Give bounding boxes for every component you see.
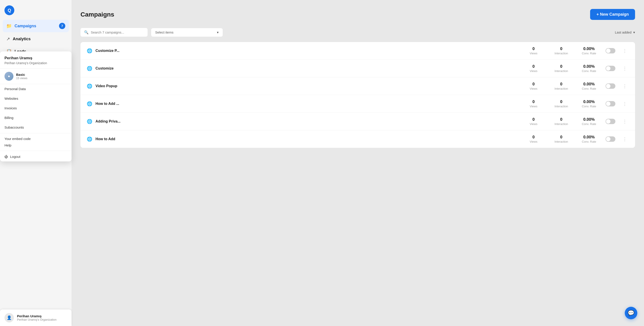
more-menu-button[interactable]: ⋮ [621,136,629,143]
interaction-col: 0 Interaction [550,117,572,126]
conv-rate-col: 0.00% Conv. Rate [578,82,600,90]
analytics-label: Analytics [13,37,31,41]
sort-dropdown[interactable]: Last added ▾ [615,30,635,34]
divider-2 [0,151,72,151]
analytics-icon: ↗ [6,36,10,42]
interaction-label: Interaction [554,87,568,90]
more-menu-button[interactable]: ⋮ [621,47,629,54]
embed-code-label[interactable]: Your embed code [4,137,67,141]
campaign-name-col: 🌐 Video Popup [87,84,517,89]
campaign-toggle[interactable] [606,136,616,142]
bottom-user-bar[interactable]: 👤 Perihan Uramış Perihan Uramış's Organi… [0,310,72,326]
profile-plan: ● Basic 15 views [0,69,72,84]
globe-icon: 🌐 [87,48,92,54]
sort-label-text: Last added [615,30,632,34]
campaign-name: How to Add [96,137,115,141]
interaction-col: 0 Interaction [550,82,572,90]
conv-rate-col: 0.00% Conv. Rate [578,64,600,73]
menu-item-subaccounts[interactable]: Subaccounts [0,122,72,132]
campaign-toggle[interactable] [606,119,616,124]
embed-code-section: Your embed code [0,134,72,142]
filter-bar: 🔍 Select items ▾ Last added ▾ [80,28,635,37]
sidebar-item-analytics[interactable]: ↗ Analytics [3,33,69,45]
views-col: 0 Views [522,82,545,90]
select-items-dropdown[interactable]: Select items ▾ [151,28,223,37]
conv-rate-label: Conv. Rate [582,105,596,108]
more-menu-button[interactable]: ⋮ [621,65,629,72]
plan-info: Basic 15 views [16,73,28,80]
search-box[interactable]: 🔍 [80,28,148,37]
globe-icon: 🌐 [87,101,92,106]
more-menu-button[interactable]: ⋮ [621,82,629,90]
menu-item-personal-data[interactable]: Personal Data [0,84,72,94]
menu-item-billing[interactable]: Billing [0,113,72,122]
chat-button[interactable]: 💬 [625,307,637,319]
search-input[interactable] [91,30,144,34]
campaign-toggle[interactable] [606,84,616,89]
views-value: 0 [532,64,535,69]
more-menu-button[interactable]: ⋮ [621,100,629,107]
views-col: 0 Views [522,46,545,55]
app-logo: Q [4,5,14,15]
interaction-col: 0 Interaction [550,64,572,73]
views-label: Views [530,52,537,55]
campaign-name: How to Add ... [96,102,119,106]
campaign-toggle[interactable] [606,66,616,71]
logout-label: Logout [10,155,20,158]
chevron-down-icon: ▾ [217,30,219,34]
conv-rate-col: 0.00% Conv. Rate [578,100,600,108]
menu-item-websites[interactable]: Websites [0,94,72,103]
campaign-name: Video Popup [96,84,117,88]
profile-name: Perihan Uramış [4,56,67,60]
views-value: 0 [532,117,535,122]
campaigns-label: Campaigns [14,24,36,28]
conv-rate-value: 0.00% [583,117,594,122]
conv-rate-label: Conv. Rate [582,87,596,90]
interaction-value: 0 [560,100,562,104]
campaign-name: Customize P... [96,49,120,53]
campaign-toggle[interactable] [606,101,616,106]
conv-rate-value: 0.00% [583,135,594,140]
interaction-value: 0 [560,135,562,140]
globe-icon: 🌐 [87,136,92,142]
interaction-label: Interaction [554,52,568,55]
campaign-name: Customize [96,66,114,70]
sort-chevron-icon: ▾ [633,30,635,34]
campaign-row[interactable]: 🌐 Customize P... 0 Views 0 Interaction 0… [80,42,635,60]
main-content: Campaigns + New Campaign 🔍 Select items … [72,0,644,326]
campaign-row[interactable]: 🌐 Adding Priva... 0 Views 0 Interaction … [80,113,635,130]
profile-header: Perihan Uramış Perihan Uramış's Organiza… [0,52,72,69]
sidebar: Q 📁 Campaigns 7 ↗ Analytics 📋 Leads Peri… [0,0,72,326]
views-value: 0 [532,100,535,104]
campaign-row[interactable]: 🌐 How to Add ... 0 Views 0 Interaction 0… [80,95,635,113]
logout-item[interactable]: ⏻ Logout [0,152,72,162]
conv-rate-value: 0.00% [583,46,594,51]
conv-rate-label: Conv. Rate [582,140,596,143]
new-campaign-button[interactable]: + New Campaign [590,9,635,20]
globe-icon: 🌐 [87,84,92,89]
campaign-toggle[interactable] [606,48,616,54]
campaign-row[interactable]: 🌐 Video Popup 0 Views 0 Interaction 0.00… [80,77,635,95]
globe-icon: 🌐 [87,119,92,124]
views-col: 0 Views [522,135,545,143]
campaign-name-col: 🌐 How to Add [87,136,517,142]
menu-item-invoices[interactable]: Invoices [0,103,72,113]
campaigns-icon: 📁 [6,23,12,28]
interaction-col: 0 Interaction [550,135,572,143]
bottom-user-org: Perihan Uramış's Organization [17,318,56,321]
campaign-row[interactable]: 🌐 How to Add 0 Views 0 Interaction 0.00%… [80,130,635,148]
profile-dropdown: Perihan Uramış Perihan Uramış's Organiza… [0,52,72,162]
logout-icon: ⏻ [4,155,8,158]
plan-avatar: ● [4,72,14,81]
interaction-label: Interaction [554,122,568,126]
campaign-row[interactable]: 🌐 Customize 0 Views 0 Interaction 0.00% … [80,60,635,77]
campaigns-badge: 7 [59,23,65,29]
views-col: 0 Views [522,64,545,73]
sidebar-item-campaigns[interactable]: 📁 Campaigns 7 [3,20,69,32]
bottom-user-avatar: 👤 [4,313,14,322]
more-menu-button[interactable]: ⋮ [621,118,629,125]
help-label[interactable]: Help [0,142,72,150]
interaction-label: Interaction [554,69,568,73]
campaign-name-col: 🌐 Customize [87,66,517,71]
interaction-value: 0 [560,46,562,51]
